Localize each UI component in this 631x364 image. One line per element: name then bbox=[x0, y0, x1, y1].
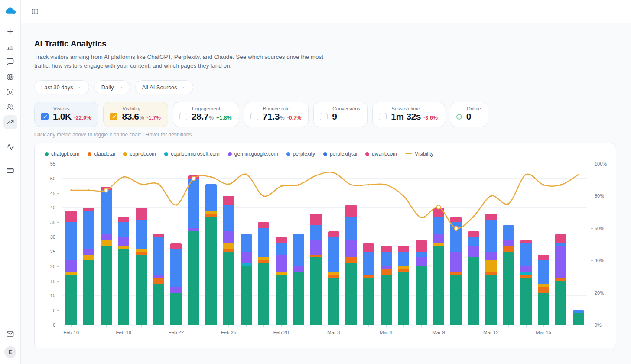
bar-segment-perplexity bbox=[241, 234, 252, 252]
stacked-bar-mar-16[interactable] bbox=[555, 234, 566, 325]
bar-segment-copilot.com bbox=[118, 246, 129, 249]
sidebar-item-credit-card[interactable] bbox=[3, 163, 17, 177]
stacked-bar-feb-25[interactable] bbox=[223, 196, 234, 325]
bar-segment-gemini.google.com bbox=[450, 252, 462, 272]
stacked-bar-feb-20[interactable] bbox=[136, 208, 147, 325]
bar-segment-claude.ai bbox=[520, 275, 532, 278]
legend-item-visibility-line[interactable]: Visibility bbox=[405, 151, 433, 157]
metric-checkbox-checked[interactable] bbox=[110, 113, 117, 120]
x-axis-label: Mar 12 bbox=[483, 330, 499, 335]
legend-line-icon bbox=[405, 153, 412, 155]
stacked-bar-mar-17[interactable] bbox=[573, 310, 584, 325]
sidebar-item-globe[interactable] bbox=[3, 70, 17, 84]
panel-toggle-button[interactable] bbox=[28, 5, 41, 18]
metric-card-engagement[interactable]: Engagement28.7%+1.8% bbox=[173, 102, 239, 127]
stacked-bar-feb-16[interactable] bbox=[65, 211, 77, 325]
metric-card-online[interactable]: Online0 bbox=[450, 102, 488, 127]
metric-cards: Visitors1.0K-22.0%Visibility83.6%-1.7%En… bbox=[34, 102, 616, 127]
bar-segment-copilot.com bbox=[83, 255, 94, 261]
stacked-bar-mar-3[interactable] bbox=[328, 231, 339, 325]
metric-checkbox-unchecked[interactable] bbox=[320, 113, 328, 120]
user-avatar[interactable]: E bbox=[4, 346, 16, 358]
bar-segment-claude.ai bbox=[258, 260, 269, 263]
sidebar-item-trending-up[interactable] bbox=[3, 115, 17, 129]
stacked-bar-feb-22[interactable] bbox=[170, 243, 182, 325]
metric-label: Visitors bbox=[53, 106, 91, 111]
metric-checkbox-checked[interactable] bbox=[41, 113, 49, 120]
filter-dropdown-daily[interactable]: Daily bbox=[94, 80, 130, 94]
stacked-bar-feb-18[interactable] bbox=[101, 187, 112, 325]
credit-card-icon bbox=[6, 166, 14, 175]
legend-item-gemini.google.com[interactable]: gemini.google.com bbox=[228, 151, 278, 157]
app-root: E AI Traffic Analytics Track visitors ar… bbox=[0, 0, 631, 364]
stacked-bar-mar-12[interactable] bbox=[485, 214, 497, 325]
cloud-logo-icon[interactable] bbox=[3, 4, 17, 18]
stacked-bar-mar-14[interactable] bbox=[520, 240, 532, 325]
stacked-bar-mar-8[interactable] bbox=[416, 240, 427, 325]
metric-card-visitors[interactable]: Visitors1.0K-22.0% bbox=[34, 102, 98, 127]
stacked-bar-mar-13[interactable] bbox=[503, 225, 514, 325]
bar-segment-gemini.google.com bbox=[485, 252, 497, 260]
metric-delta: +1.8% bbox=[216, 115, 232, 121]
bar-segment-perplexity bbox=[328, 237, 339, 272]
metric-card-conversions[interactable]: Conversions9 bbox=[313, 102, 368, 127]
stacked-bar-feb-23[interactable] bbox=[188, 176, 199, 325]
x-axis-tick bbox=[176, 325, 176, 327]
sidebar-item-mail[interactable] bbox=[3, 327, 17, 341]
stacked-bar-mar-10[interactable] bbox=[450, 217, 462, 325]
stacked-bar-feb-17[interactable] bbox=[83, 208, 94, 325]
stacked-bar-mar-7[interactable] bbox=[398, 246, 409, 325]
metric-unit: % bbox=[280, 115, 285, 121]
stacked-bar-mar-5[interactable] bbox=[363, 243, 374, 325]
bar-segment-qwant.com bbox=[188, 176, 199, 179]
bar-segment-chatgpt.com bbox=[153, 284, 164, 325]
stacked-bar-feb-26[interactable] bbox=[241, 234, 252, 325]
sidebar-item-users[interactable] bbox=[3, 100, 17, 114]
y-axis-tick-left: 20 bbox=[38, 264, 59, 269]
stacked-bar-feb-24[interactable] bbox=[205, 184, 217, 325]
stacked-bar-mar-9[interactable] bbox=[433, 208, 444, 325]
stacked-bar-feb-21[interactable] bbox=[153, 234, 164, 325]
stacked-bar-mar-4[interactable] bbox=[345, 205, 357, 325]
metric-checkbox-unchecked[interactable] bbox=[250, 113, 258, 120]
sidebar-item-bar-chart[interactable] bbox=[3, 39, 17, 53]
sidebar-item-message[interactable] bbox=[3, 55, 17, 68]
stacked-bar-mar-11[interactable] bbox=[468, 231, 479, 325]
legend-item-qwant.com[interactable]: qwant.com bbox=[365, 151, 397, 157]
metric-checkbox-unchecked[interactable] bbox=[379, 113, 387, 120]
metric-card-visibility[interactable]: Visibility83.6%-1.7% bbox=[103, 102, 168, 127]
legend-item-copilot.com[interactable]: copilot.com bbox=[123, 151, 156, 157]
bar-segment-chatgpt.com bbox=[101, 246, 112, 325]
filter-dropdown-last-30-days[interactable]: Last 30 days bbox=[34, 80, 89, 94]
bar-segment-perplexity bbox=[293, 234, 304, 266]
sidebar-item-scan[interactable] bbox=[3, 85, 17, 99]
y-axis-tick-right: 60% bbox=[591, 226, 604, 231]
sidebar-item-plus[interactable] bbox=[3, 24, 17, 38]
legend-item-claude.ai[interactable]: claude.ai bbox=[88, 151, 115, 157]
stacked-bar-mar-1[interactable] bbox=[293, 234, 304, 325]
stacked-bar-feb-28[interactable] bbox=[276, 237, 287, 325]
metric-card-bounce-rate[interactable]: Bounce rate71.3%-0.7% bbox=[244, 102, 309, 127]
sidebar-item-activity[interactable] bbox=[3, 140, 17, 154]
stacked-bar-feb-27[interactable] bbox=[258, 222, 269, 325]
bar-segment-chatgpt.com bbox=[205, 217, 217, 325]
legend-item-perplexity[interactable]: perplexity bbox=[286, 151, 315, 157]
legend-item-copilot.microsoft.com[interactable]: copilot.microsoft.com bbox=[164, 151, 220, 157]
legend-label: claude.ai bbox=[94, 151, 115, 157]
bar-segment-perplexity bbox=[363, 252, 374, 275]
legend-item-perplexity.ai[interactable]: perplexity.ai bbox=[323, 151, 357, 157]
stacked-bar-mar-6[interactable] bbox=[381, 246, 392, 325]
filter-dropdown-all-ai-sources[interactable]: All AI Sources bbox=[135, 80, 193, 94]
legend-item-chatgpt.com[interactable]: chatgpt.com bbox=[45, 151, 79, 157]
bar-segment-qwant.com bbox=[118, 217, 129, 223]
mail-icon bbox=[6, 330, 14, 338]
stacked-bar-mar-15[interactable] bbox=[538, 255, 549, 325]
stacked-bar-feb-19[interactable] bbox=[118, 217, 129, 325]
bar-segment-perplexity bbox=[468, 237, 479, 246]
bar-segment-gemini.google.com bbox=[118, 237, 129, 246]
stacked-bar-mar-2[interactable] bbox=[310, 214, 322, 325]
bar-segment-qwant.com bbox=[258, 222, 269, 228]
y-axis-tick-left: 35 bbox=[38, 220, 59, 225]
metric-card-session-time[interactable]: Session time1m 32s-3.6% bbox=[372, 102, 445, 127]
metric-checkbox-unchecked[interactable] bbox=[179, 113, 187, 120]
